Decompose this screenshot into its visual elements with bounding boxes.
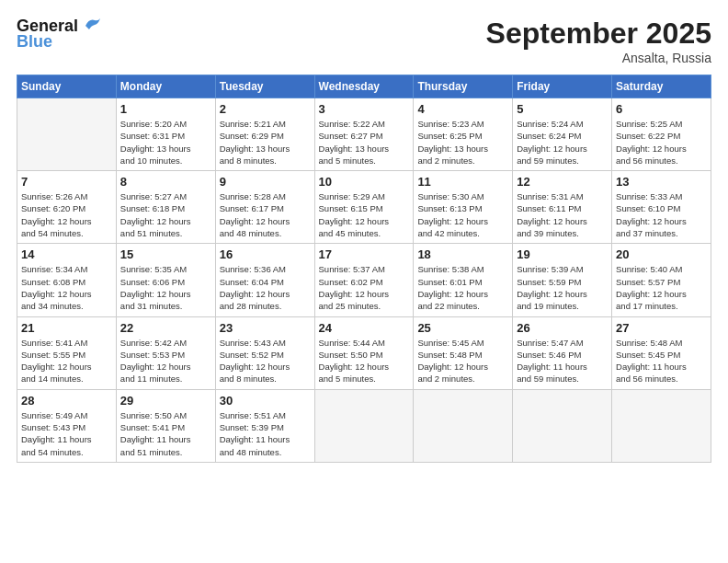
day-info: Sunrise: 5:48 AMSunset: 5:45 PMDaylight:… (616, 337, 707, 385)
day-cell: 11Sunrise: 5:30 AMSunset: 6:13 PMDayligh… (414, 171, 513, 244)
day-number: 20 (616, 247, 707, 261)
header-row: SundayMondayTuesdayWednesdayThursdayFrid… (17, 75, 711, 98)
week-row-5: 28Sunrise: 5:49 AMSunset: 5:43 PMDayligh… (17, 389, 711, 462)
day-info: Sunrise: 5:39 AMSunset: 5:59 PMDaylight:… (517, 263, 608, 312)
day-info: Sunrise: 5:21 AMSunset: 6:29 PMDaylight:… (220, 118, 311, 167)
day-cell: 18Sunrise: 5:38 AMSunset: 6:01 PMDayligh… (414, 244, 513, 316)
day-number: 16 (220, 247, 311, 261)
day-cell (314, 389, 414, 462)
day-number: 23 (220, 321, 311, 335)
day-cell: 2Sunrise: 5:21 AMSunset: 6:29 PMDaylight… (215, 98, 314, 171)
day-cell: 3Sunrise: 5:22 AMSunset: 6:27 PMDaylight… (314, 98, 414, 171)
day-info: Sunrise: 5:38 AMSunset: 6:01 PMDaylight:… (417, 263, 508, 312)
day-cell (513, 389, 612, 462)
logo-bird-icon (82, 17, 102, 35)
day-number: 11 (417, 175, 508, 189)
day-number: 9 (220, 175, 311, 189)
day-cell: 1Sunrise: 5:20 AMSunset: 6:31 PMDaylight… (116, 98, 215, 171)
day-cell: 5Sunrise: 5:24 AMSunset: 6:24 PMDaylight… (513, 98, 612, 171)
column-header-sunday: Sunday (17, 75, 117, 98)
day-cell: 19Sunrise: 5:39 AMSunset: 5:59 PMDayligh… (513, 244, 612, 316)
day-cell: 6Sunrise: 5:25 AMSunset: 6:22 PMDaylight… (612, 98, 711, 171)
day-info: Sunrise: 5:47 AMSunset: 5:46 PMDaylight:… (517, 337, 608, 385)
day-cell: 12Sunrise: 5:31 AMSunset: 6:11 PMDayligh… (513, 171, 612, 244)
week-row-1: 1Sunrise: 5:20 AMSunset: 6:31 PMDaylight… (17, 98, 711, 171)
day-info: Sunrise: 5:28 AMSunset: 6:17 PMDaylight:… (220, 190, 311, 239)
day-info: Sunrise: 5:33 AMSunset: 6:10 PMDaylight:… (616, 190, 707, 239)
day-number: 19 (517, 247, 608, 261)
title-area: September 2025 Ansalta, Russia (486, 17, 711, 65)
subtitle: Ansalta, Russia (486, 51, 711, 65)
day-number: 27 (616, 321, 707, 335)
week-row-3: 14Sunrise: 5:34 AMSunset: 6:08 PMDayligh… (17, 244, 711, 316)
day-cell: 14Sunrise: 5:34 AMSunset: 6:08 PMDayligh… (17, 244, 117, 316)
day-info: Sunrise: 5:49 AMSunset: 5:43 PMDaylight:… (21, 409, 112, 458)
day-cell (414, 389, 513, 462)
day-cell: 16Sunrise: 5:36 AMSunset: 6:04 PMDayligh… (215, 244, 314, 316)
day-cell: 27Sunrise: 5:48 AMSunset: 5:45 PMDayligh… (612, 316, 711, 389)
day-info: Sunrise: 5:30 AMSunset: 6:13 PMDaylight:… (417, 190, 508, 239)
day-cell: 22Sunrise: 5:42 AMSunset: 5:53 PMDayligh… (116, 316, 215, 389)
day-info: Sunrise: 5:50 AMSunset: 5:41 PMDaylight:… (120, 409, 211, 458)
day-info: Sunrise: 5:42 AMSunset: 5:53 PMDaylight:… (120, 337, 211, 385)
page: General Blue September 2025 Ansalta, Rus… (0, 0, 728, 563)
column-header-friday: Friday (513, 75, 612, 98)
day-cell: 30Sunrise: 5:51 AMSunset: 5:39 PMDayligh… (215, 389, 314, 462)
day-number: 4 (417, 102, 508, 116)
day-info: Sunrise: 5:20 AMSunset: 6:31 PMDaylight:… (120, 118, 211, 167)
day-cell: 29Sunrise: 5:50 AMSunset: 5:41 PMDayligh… (116, 389, 215, 462)
day-cell (612, 389, 711, 462)
calendar-table: SundayMondayTuesdayWednesdayThursdayFrid… (17, 75, 711, 463)
month-title: September 2025 (486, 17, 711, 51)
column-header-thursday: Thursday (414, 75, 513, 98)
day-cell (17, 98, 117, 171)
column-header-monday: Monday (116, 75, 215, 98)
day-info: Sunrise: 5:31 AMSunset: 6:11 PMDaylight:… (517, 190, 608, 239)
day-info: Sunrise: 5:44 AMSunset: 5:50 PMDaylight:… (319, 337, 410, 385)
header: General Blue September 2025 Ansalta, Rus… (17, 17, 711, 65)
logo-blue-text: Blue (17, 32, 52, 52)
day-info: Sunrise: 5:27 AMSunset: 6:18 PMDaylight:… (120, 190, 211, 239)
column-header-saturday: Saturday (612, 75, 711, 98)
day-info: Sunrise: 5:45 AMSunset: 5:48 PMDaylight:… (417, 337, 508, 385)
day-number: 7 (21, 175, 112, 189)
day-cell: 20Sunrise: 5:40 AMSunset: 5:57 PMDayligh… (612, 244, 711, 316)
day-number: 8 (120, 175, 211, 189)
day-info: Sunrise: 5:25 AMSunset: 6:22 PMDaylight:… (616, 118, 707, 167)
day-number: 12 (517, 175, 608, 189)
day-info: Sunrise: 5:24 AMSunset: 6:24 PMDaylight:… (517, 118, 608, 167)
day-cell: 25Sunrise: 5:45 AMSunset: 5:48 PMDayligh… (414, 316, 513, 389)
day-number: 25 (417, 321, 508, 335)
day-cell: 9Sunrise: 5:28 AMSunset: 6:17 PMDaylight… (215, 171, 314, 244)
day-number: 26 (517, 321, 608, 335)
day-number: 1 (120, 102, 211, 116)
day-cell: 17Sunrise: 5:37 AMSunset: 6:02 PMDayligh… (314, 244, 414, 316)
column-header-tuesday: Tuesday (215, 75, 314, 98)
logo: General Blue (17, 17, 102, 52)
day-cell: 21Sunrise: 5:41 AMSunset: 5:55 PMDayligh… (17, 316, 117, 389)
day-info: Sunrise: 5:41 AMSunset: 5:55 PMDaylight:… (21, 337, 112, 385)
day-info: Sunrise: 5:40 AMSunset: 5:57 PMDaylight:… (616, 263, 707, 312)
day-cell: 26Sunrise: 5:47 AMSunset: 5:46 PMDayligh… (513, 316, 612, 389)
day-cell: 23Sunrise: 5:43 AMSunset: 5:52 PMDayligh… (215, 316, 314, 389)
day-number: 18 (417, 247, 508, 261)
day-info: Sunrise: 5:29 AMSunset: 6:15 PMDaylight:… (319, 190, 410, 239)
week-row-2: 7Sunrise: 5:26 AMSunset: 6:20 PMDaylight… (17, 171, 711, 244)
day-info: Sunrise: 5:35 AMSunset: 6:06 PMDaylight:… (120, 263, 211, 312)
day-cell: 7Sunrise: 5:26 AMSunset: 6:20 PMDaylight… (17, 171, 117, 244)
day-cell: 13Sunrise: 5:33 AMSunset: 6:10 PMDayligh… (612, 171, 711, 244)
day-info: Sunrise: 5:26 AMSunset: 6:20 PMDaylight:… (21, 190, 112, 239)
day-number: 3 (319, 102, 410, 116)
day-info: Sunrise: 5:43 AMSunset: 5:52 PMDaylight:… (220, 337, 311, 385)
day-info: Sunrise: 5:37 AMSunset: 6:02 PMDaylight:… (319, 263, 410, 312)
day-cell: 4Sunrise: 5:23 AMSunset: 6:25 PMDaylight… (414, 98, 513, 171)
day-number: 15 (120, 247, 211, 261)
day-cell: 28Sunrise: 5:49 AMSunset: 5:43 PMDayligh… (17, 389, 117, 462)
day-number: 5 (517, 102, 608, 116)
week-row-4: 21Sunrise: 5:41 AMSunset: 5:55 PMDayligh… (17, 316, 711, 389)
day-number: 14 (21, 247, 112, 261)
day-number: 30 (220, 394, 311, 408)
day-info: Sunrise: 5:34 AMSunset: 6:08 PMDaylight:… (21, 263, 112, 312)
day-number: 21 (21, 321, 112, 335)
day-cell: 24Sunrise: 5:44 AMSunset: 5:50 PMDayligh… (314, 316, 414, 389)
